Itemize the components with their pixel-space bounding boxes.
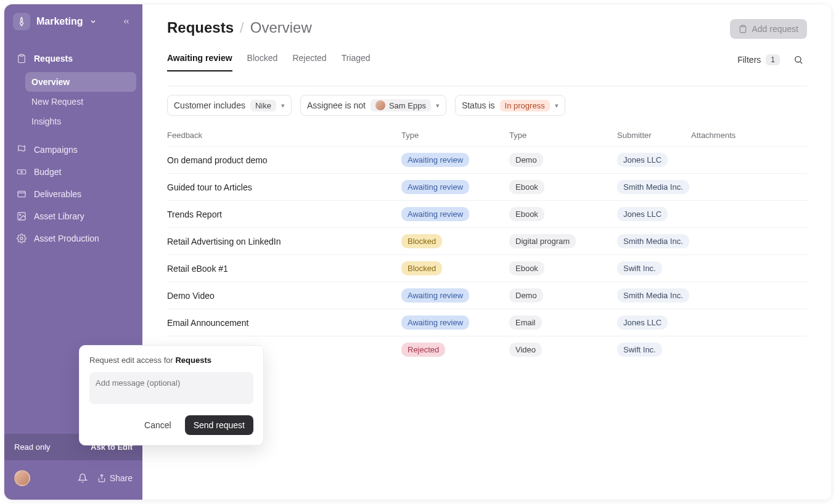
cell-type: Ebook xyxy=(509,261,617,275)
column-header[interactable]: Feedback xyxy=(167,131,401,140)
status-pill: Blocked xyxy=(401,234,442,248)
bell-icon[interactable] xyxy=(78,473,88,483)
cell-status: Awaiting review xyxy=(401,207,509,221)
subnav-item-overview[interactable]: Overview xyxy=(25,72,136,92)
submitter-pill: Swift Inc. xyxy=(617,261,662,275)
tab-blocked[interactable]: Blocked xyxy=(247,53,278,71)
cell-type: Ebook xyxy=(509,180,617,194)
nav-item-campaigns[interactable]: Campaigns xyxy=(10,139,136,161)
type-pill: Email xyxy=(509,315,542,330)
submitter-pill: Jones LLC xyxy=(617,207,668,221)
type-pill: Ebook xyxy=(509,261,544,275)
submitter-pill: Jones LLC xyxy=(617,153,668,167)
column-header[interactable]: Type xyxy=(401,131,509,140)
submitter-pill: Smith Media Inc. xyxy=(617,234,689,248)
clipboard-icon xyxy=(17,54,27,63)
breadcrumb-current: Overview xyxy=(250,19,312,36)
submitter-pill: Swift Inc. xyxy=(617,343,662,357)
readonly-label: Read only xyxy=(14,442,51,452)
modal-title: Request edit access for Requests xyxy=(89,356,253,365)
user-avatar[interactable] xyxy=(14,470,30,486)
filter-chip[interactable]: Assignee is notSam Epps▾ xyxy=(300,95,446,116)
nav-item-label: Budget xyxy=(34,167,61,177)
cell-feedback: Retail eBook #1 xyxy=(167,264,401,274)
chevron-down-icon: ▾ xyxy=(281,102,285,110)
filter-chip[interactable]: Status isIn progress▾ xyxy=(455,95,565,116)
cell-feedback: On demand product demo xyxy=(167,155,401,165)
nav-item-requests[interactable]: Requests xyxy=(10,47,136,70)
filter-chip[interactable]: Customer includesNike▾ xyxy=(167,95,292,116)
cell-feedback: Guided tour to Articles xyxy=(167,182,401,192)
column-header[interactable]: Type xyxy=(509,131,617,140)
chip-token: Sam Epps xyxy=(371,99,431,112)
nav-item-budget[interactable]: Budget xyxy=(10,161,136,183)
subnav-item-insights[interactable]: Insights xyxy=(25,112,136,131)
cell-feedback: Demo Video xyxy=(167,291,401,301)
search-icon xyxy=(793,55,803,65)
cell-status: Awaiting review xyxy=(401,315,509,330)
send-request-button[interactable]: Send request xyxy=(185,415,253,435)
collapse-sidebar-button[interactable] xyxy=(119,14,134,29)
cell-submitter: Smith Media Inc. xyxy=(617,180,691,194)
cell-type: Digital program xyxy=(509,234,617,248)
workspace-selector[interactable]: Marketing xyxy=(13,13,97,30)
svg-point-6 xyxy=(20,214,21,216)
nav-item-label: Asset Library xyxy=(34,211,84,221)
search-button[interactable] xyxy=(790,51,807,68)
tab-triaged[interactable]: Triaged xyxy=(342,53,371,71)
chevron-down-icon: ▾ xyxy=(436,102,440,110)
filters-button[interactable]: Filters 1 xyxy=(737,54,780,65)
chip-field: Assignee is not xyxy=(307,100,366,110)
table-row[interactable]: Demo VideoAwaiting reviewDemoSmith Media… xyxy=(167,282,807,309)
table-row[interactable]: Retail eBook #1BlockedEbookSwift Inc. xyxy=(167,254,807,282)
cell-feedback: Retail Advertising on LinkedIn xyxy=(167,237,401,246)
svg-rect-3 xyxy=(18,191,25,197)
svg-point-7 xyxy=(20,237,23,240)
add-request-button[interactable]: Add request xyxy=(730,19,808,39)
submitter-pill: Jones LLC xyxy=(617,315,668,330)
cell-submitter: Smith Media Inc. xyxy=(617,288,691,303)
breadcrumb: Requests / Overview xyxy=(167,19,312,36)
submitter-pill: Smith Media Inc. xyxy=(617,288,689,303)
breadcrumb-root[interactable]: Requests xyxy=(167,19,234,36)
column-header[interactable]: Submitter xyxy=(617,131,691,140)
status-pill: Awaiting review xyxy=(401,180,469,194)
chip-field: Customer includes xyxy=(174,100,245,110)
share-button[interactable]: Share xyxy=(97,473,133,483)
chevron-down-icon: ▾ xyxy=(555,102,559,110)
tab-rejected[interactable]: Rejected xyxy=(292,53,326,71)
cell-submitter: Swift Inc. xyxy=(617,343,691,357)
sidebar-footer-actions: Share xyxy=(78,473,133,483)
table-row[interactable]: On demand product demoAwaiting reviewDem… xyxy=(167,146,807,173)
chevron-down-icon xyxy=(89,18,97,25)
data-table: FeedbackTypeTypeSubmitterAttachments On … xyxy=(167,124,807,363)
add-request-label: Add request xyxy=(752,24,799,34)
cell-type: Demo xyxy=(509,288,617,303)
nav-item-asset-production[interactable]: Asset Production xyxy=(10,227,136,250)
cell-submitter: Jones LLC xyxy=(617,153,691,167)
table-row[interactable]: Guided tour to ArticlesAwaiting reviewEb… xyxy=(167,173,807,200)
svg-point-10 xyxy=(795,57,801,62)
modal-message-input[interactable] xyxy=(89,372,253,404)
column-header[interactable]: Attachments xyxy=(691,131,777,140)
cell-type: Ebook xyxy=(509,207,617,221)
nav-item-deliverables[interactable]: Deliverables xyxy=(10,183,136,205)
nav-item-asset-library[interactable]: Asset Library xyxy=(10,205,136,227)
table-row[interactable]: Trends ReportAwaiting reviewEbookJones L… xyxy=(167,200,807,227)
cell-submitter: Swift Inc. xyxy=(617,261,691,275)
clipboard-icon xyxy=(739,25,747,33)
table-row[interactable]: Retail Advertising on LinkedInBlockedDig… xyxy=(167,227,807,254)
cancel-button[interactable]: Cancel xyxy=(138,415,178,435)
table-row[interactable]: Email AnnouncementAwaiting reviewEmailJo… xyxy=(167,309,807,336)
cell-type: Email xyxy=(509,315,617,330)
image-icon xyxy=(17,211,27,221)
tab-awaiting-review[interactable]: Awaiting review xyxy=(167,53,232,71)
status-pill: Awaiting review xyxy=(401,153,469,167)
nav-item-label: Campaigns xyxy=(34,145,78,155)
chip-field: Status is xyxy=(462,100,495,110)
nav-item-label: Requests xyxy=(34,54,73,63)
subnav-item-new-request[interactable]: New Request xyxy=(25,92,136,112)
nav-item-label: Asset Production xyxy=(34,234,99,243)
gear-icon xyxy=(17,234,27,243)
filters-count: 1 xyxy=(766,54,780,65)
